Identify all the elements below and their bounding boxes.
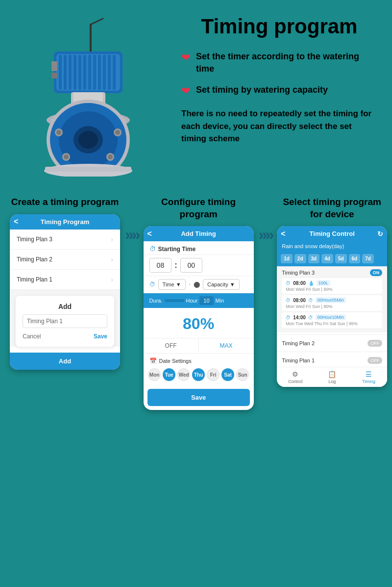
day-1d[interactable]: 1d bbox=[281, 254, 293, 263]
timing-item-2: ⏱ 08:00 ⏱ 00Hour05Min Mon Wed Fri Sun | … bbox=[282, 295, 382, 311]
clock-icon-3c: ⏱ bbox=[308, 298, 313, 303]
save-button[interactable]: Save bbox=[94, 333, 107, 340]
day-4d[interactable]: 4d bbox=[321, 254, 333, 263]
back-arrow-2[interactable]: < bbox=[147, 230, 152, 238]
off-button[interactable]: OFF bbox=[144, 338, 199, 353]
drop-icon-1: 💧 bbox=[308, 281, 314, 286]
list-item-plan2[interactable]: Timing Plan 2 › bbox=[10, 250, 120, 270]
t2-cap: 00Hour05Min bbox=[316, 297, 346, 303]
svg-point-30 bbox=[115, 130, 120, 135]
timing-icon: ☰ bbox=[350, 370, 387, 378]
plan3-arrow: › bbox=[111, 235, 113, 243]
plan1-toggle[interactable]: OFF bbox=[368, 357, 382, 364]
phone-3-mockup: < Timing Control ↻ Rain and snow delay(d… bbox=[277, 226, 387, 387]
capacity-select[interactable]: Capacity ▼ bbox=[203, 279, 240, 290]
svg-rect-7 bbox=[74, 55, 76, 90]
min-label: Min bbox=[216, 298, 224, 304]
day-sun[interactable]: Sun bbox=[236, 368, 249, 381]
plan1-label: Timing Plan 1 bbox=[17, 276, 52, 283]
percent-display: 80% bbox=[144, 308, 254, 338]
time-colon: : bbox=[174, 261, 177, 270]
plan3-header: Timing Plan 3 ON bbox=[282, 269, 382, 276]
top-section: Timing program ❤ Set the timer according… bbox=[0, 0, 392, 191]
day-mon[interactable]: Mon bbox=[148, 368, 161, 381]
bullet-1: ❤ Set the timer according to the waterin… bbox=[181, 51, 377, 75]
list-item-plan1[interactable]: Timing Plan 1 › bbox=[10, 270, 120, 290]
phone-3-header-title: Timing Control bbox=[310, 230, 355, 237]
heart-icon-1: ❤ bbox=[181, 51, 190, 64]
time-icon: ⏱ bbox=[149, 281, 155, 288]
svg-rect-14 bbox=[108, 55, 111, 90]
step-2-col: Configure timing program < Add Timing ⏱ … bbox=[144, 196, 254, 410]
phone-1-mockup: < Timing Program Timing Plan 3 › Timing … bbox=[10, 214, 120, 370]
svg-rect-5 bbox=[64, 55, 67, 90]
plan3-toggle[interactable]: ON bbox=[370, 269, 383, 276]
svg-rect-17 bbox=[51, 73, 57, 78]
day-7d[interactable]: 7d bbox=[362, 254, 374, 263]
step-1-col: Create a timing program < Timing Program… bbox=[10, 196, 120, 370]
time-select[interactable]: Time ▼ bbox=[158, 279, 186, 290]
phone-1-header-title: Timing Program bbox=[41, 218, 89, 226]
day-6d[interactable]: 6d bbox=[349, 254, 361, 263]
p2-save-button[interactable]: Save bbox=[147, 389, 250, 406]
t3-time: 14:00 bbox=[293, 315, 306, 320]
day-5d[interactable]: 5d bbox=[335, 254, 347, 263]
plan2-arrow: › bbox=[111, 255, 113, 263]
dura-value-box bbox=[165, 299, 184, 302]
svg-rect-13 bbox=[103, 55, 106, 90]
footer-control[interactable]: ⚙ Control bbox=[277, 370, 314, 384]
t1-time: 08:00 bbox=[293, 281, 306, 286]
clock-icon-3b: ⏱ bbox=[286, 298, 291, 303]
phone-3-footer: ⚙ Control 📋 Log ☰ Timing bbox=[277, 367, 387, 387]
back-arrow-1[interactable]: < bbox=[14, 217, 18, 226]
clock-icon: ⏱ bbox=[149, 245, 156, 253]
list-item-plan3[interactable]: Timing Plan 3 › bbox=[10, 230, 120, 250]
day-options-row: 1d 2d 3d 4d 5d 6d 7d bbox=[277, 251, 387, 266]
chevron-down-icon-2: ▼ bbox=[230, 281, 235, 287]
page-title: Timing program bbox=[181, 15, 377, 38]
minute-box[interactable]: 00 bbox=[180, 258, 203, 273]
chevron-down-icon: ▼ bbox=[176, 281, 181, 287]
plan2-toggle[interactable]: OFF bbox=[368, 340, 382, 347]
min-value-box[interactable]: 10 bbox=[199, 296, 213, 305]
day-fri[interactable]: Fri bbox=[207, 368, 220, 381]
back-arrow-3[interactable]: < bbox=[281, 230, 285, 238]
date-settings-label: Date Settings bbox=[159, 358, 192, 364]
arrow-1-icon: »» bbox=[125, 226, 139, 244]
svg-rect-11 bbox=[93, 55, 96, 90]
phone-1-add-footer[interactable]: Add bbox=[10, 353, 120, 370]
t1-schedule: Mon Wed Fri Sun | 60% bbox=[286, 287, 378, 292]
svg-rect-16 bbox=[51, 61, 57, 71]
day-sat[interactable]: Sat bbox=[221, 368, 234, 381]
phone-1-body: Timing Plan 3 › Timing Plan 2 › Timing P… bbox=[10, 230, 120, 347]
day-wed[interactable]: Wed bbox=[177, 368, 190, 381]
refresh-icon[interactable]: ↻ bbox=[377, 230, 383, 238]
footer-timing[interactable]: ☰ Timing bbox=[350, 370, 387, 384]
footer-log[interactable]: 📋 Log bbox=[314, 370, 350, 384]
bullet-2: ❤ Set timing by watering capacity bbox=[181, 84, 377, 98]
bottom-section: Create a timing program < Timing Program… bbox=[0, 191, 392, 425]
t3-cap: 00Hour10Min bbox=[316, 314, 346, 320]
hour-box[interactable]: 08 bbox=[149, 258, 172, 273]
dura-label: Dura. bbox=[149, 298, 163, 304]
divider-1 bbox=[277, 334, 387, 335]
add-dialog-title: Add bbox=[23, 303, 107, 310]
t3-schedule: Mon Tue Wed Thu Fri Sat Sun | 95% bbox=[286, 321, 378, 326]
plan3-name: Timing Plan 3 bbox=[282, 270, 315, 276]
right-content: Timing program ❤ Set the timer according… bbox=[172, 15, 377, 145]
day-2d[interactable]: 2d bbox=[294, 254, 306, 263]
day-3d[interactable]: 3d bbox=[308, 254, 320, 263]
plan2-name: Timing Plan 2 bbox=[282, 340, 315, 346]
calendar-icon: 📅 bbox=[149, 357, 157, 364]
svg-rect-9 bbox=[83, 55, 86, 90]
cancel-button[interactable]: Cancel bbox=[23, 333, 41, 340]
add-dialog-input[interactable]: Timing Plan 1 bbox=[23, 314, 107, 328]
max-button[interactable]: MAX bbox=[199, 338, 254, 353]
sep: · bbox=[189, 280, 191, 289]
day-tue[interactable]: Tue bbox=[163, 368, 175, 381]
day-thu[interactable]: Thu bbox=[192, 368, 205, 381]
step-2-title: Configure timing program bbox=[144, 196, 254, 220]
add-dialog: Add Timing Plan 1 Cancel Save bbox=[16, 296, 114, 347]
plan1-arrow: › bbox=[111, 276, 113, 283]
svg-line-1 bbox=[91, 19, 103, 25]
